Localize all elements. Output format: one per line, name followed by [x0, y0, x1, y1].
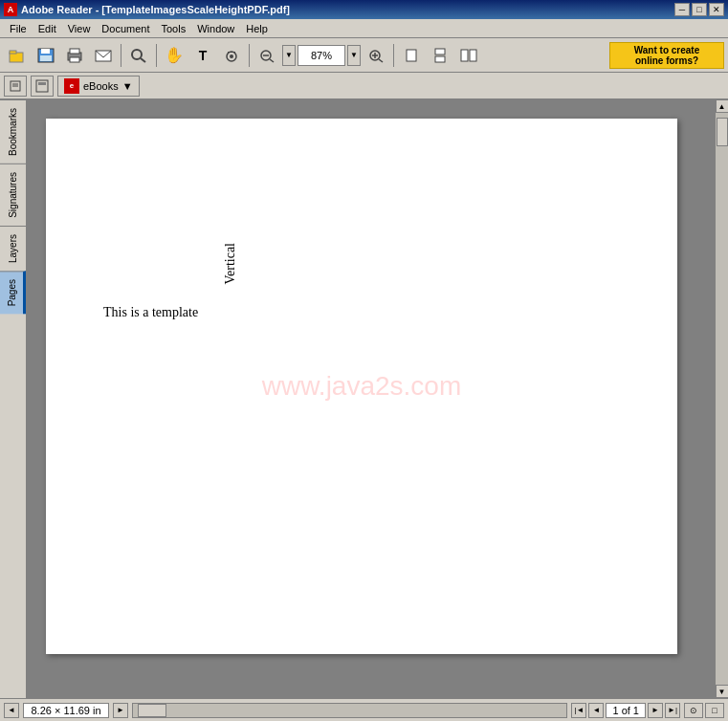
first-page-button[interactable]: |◄	[571, 703, 586, 718]
svg-rect-4	[40, 55, 52, 61]
menu-tools[interactable]: Tools	[156, 21, 192, 36]
next-page-button[interactable]: ►	[648, 703, 663, 718]
email-icon	[95, 48, 112, 63]
page-display: 1 of 1	[606, 703, 646, 718]
save-button[interactable]	[33, 42, 59, 69]
scroll-left-button[interactable]: ◄	[4, 703, 19, 718]
document-area[interactable]: This is a template Vertical www.java2s.c…	[27, 99, 715, 698]
scroll-thumb[interactable]	[717, 118, 728, 146]
print-icon	[66, 48, 83, 63]
pages-tab[interactable]: Pages	[0, 271, 26, 314]
snapshot-icon	[223, 48, 240, 63]
ad-text: Want to create online forms?	[634, 45, 700, 66]
menu-file[interactable]: File	[4, 21, 33, 36]
titlebar-title: Adobe Reader - [TemplateImagesScaleHeigh…	[21, 4, 290, 15]
horizontal-scroll-thumb[interactable]	[138, 704, 166, 717]
vertical-scrollbar: ▲ ▼	[715, 99, 728, 698]
titlebar-left: A Adobe Reader - [TemplateImagesScaleHei…	[4, 3, 290, 16]
single-page-icon	[403, 48, 420, 63]
ebooks-dropdown-icon: ▼	[122, 80, 133, 92]
continuous-page-button[interactable]	[427, 42, 453, 69]
toolbar2-btn1[interactable]	[4, 76, 27, 97]
scroll-down-button[interactable]: ▼	[716, 685, 729, 698]
zoom-controls: ▼ 87% ▼	[254, 42, 389, 69]
restore-button[interactable]: □	[692, 3, 707, 16]
titlebar: A Adobe Reader - [TemplateImagesScaleHei…	[0, 0, 728, 19]
pdf-content: This is a template Vertical www.java2s.c…	[46, 119, 677, 654]
statusbar: ◄ 8.26 × 11.69 in ► |◄ ◄ 1 of 1 ► ►| ⊙ □	[0, 698, 728, 721]
print-button[interactable]	[61, 42, 88, 69]
continuous-page-icon	[431, 48, 449, 63]
prev-page-button[interactable]: ◄	[588, 703, 604, 718]
attach-icon	[9, 79, 22, 93]
separator-3	[249, 44, 250, 67]
ebooks-label: eBooks	[83, 80, 119, 92]
layers-tab[interactable]: Layers	[0, 226, 26, 271]
select-tool-button[interactable]: T	[189, 42, 216, 69]
scroll-track[interactable]	[716, 113, 729, 685]
adobe-icon: A	[4, 3, 17, 16]
bookmarks-tab[interactable]: Bookmarks	[0, 99, 26, 164]
snapshot-button[interactable]	[218, 42, 245, 69]
toolbar2-btn2[interactable]	[31, 76, 54, 97]
close-button[interactable]: ✕	[709, 3, 724, 16]
ad-banner[interactable]: Want to create online forms?	[609, 42, 724, 69]
hand-icon: ✋	[165, 46, 184, 64]
zoom-out-button[interactable]	[254, 42, 280, 69]
svg-rect-6	[70, 49, 79, 54]
menu-window[interactable]: Window	[191, 21, 240, 36]
menubar: File Edit View Document Tools Window Hel…	[0, 19, 728, 38]
page-navigation: |◄ ◄ 1 of 1 ► ►|	[571, 703, 680, 718]
menu-view[interactable]: View	[62, 21, 97, 36]
ebooks-button[interactable]: e eBooks ▼	[57, 76, 140, 97]
separator-1	[121, 44, 121, 67]
horizontal-scrollbar[interactable]	[132, 703, 567, 718]
status-icon-2[interactable]: □	[705, 703, 724, 718]
pdf-page: This is a template Vertical www.java2s.c…	[46, 119, 677, 654]
svg-rect-30	[38, 82, 46, 85]
status-icon-1[interactable]: ⊙	[684, 703, 703, 718]
svg-rect-7	[70, 57, 79, 62]
zoom-in-icon	[367, 48, 385, 63]
scroll-right-button[interactable]: ►	[113, 703, 128, 718]
svg-rect-13	[228, 52, 235, 53]
scroll-up-button[interactable]: ▲	[716, 99, 729, 113]
open-button[interactable]	[4, 42, 31, 69]
last-page-button[interactable]: ►|	[665, 703, 680, 718]
facing-pages-icon	[460, 48, 477, 63]
svg-point-12	[230, 55, 233, 58]
ebooks-icon: e	[64, 78, 79, 94]
email-button[interactable]	[90, 42, 117, 69]
svg-line-10	[141, 58, 145, 62]
svg-rect-21	[407, 50, 416, 61]
svg-rect-23	[435, 56, 445, 62]
zoom-out-icon	[258, 48, 276, 63]
facing-pages-button[interactable]	[455, 42, 482, 69]
svg-rect-25	[470, 50, 476, 61]
titlebar-buttons: ─ □ ✕	[674, 3, 724, 16]
template-text: This is a template	[103, 305, 198, 320]
svg-rect-3	[41, 49, 50, 54]
minimize-button[interactable]: ─	[674, 3, 690, 16]
svg-line-20	[379, 59, 383, 62]
main-container: Bookmarks Signatures Layers Pages This i…	[0, 99, 728, 698]
hand-tool-button[interactable]: ✋	[161, 42, 188, 69]
search-button[interactable]	[125, 42, 152, 69]
zoom-in-button[interactable]	[363, 42, 389, 69]
separator-4	[393, 44, 394, 67]
signatures-tab[interactable]: Signatures	[0, 164, 26, 226]
menu-document[interactable]: Document	[96, 21, 155, 36]
menu-edit[interactable]: Edit	[33, 21, 62, 36]
svg-point-9	[132, 50, 142, 59]
svg-line-16	[270, 59, 274, 62]
side-panel: Bookmarks Signatures Layers Pages	[0, 99, 27, 698]
single-page-button[interactable]	[398, 42, 425, 69]
zoom-value-arrow[interactable]: ▼	[347, 45, 361, 66]
zoom-dropdown-arrow[interactable]: ▼	[282, 45, 296, 66]
separator-2	[156, 44, 157, 67]
svg-rect-22	[435, 49, 445, 55]
zoom-display: 87%	[298, 45, 345, 66]
menu-help[interactable]: Help	[240, 21, 274, 36]
svg-rect-24	[461, 50, 468, 61]
main-toolbar: ✋ T ▼ 87% ▼	[0, 38, 728, 73]
